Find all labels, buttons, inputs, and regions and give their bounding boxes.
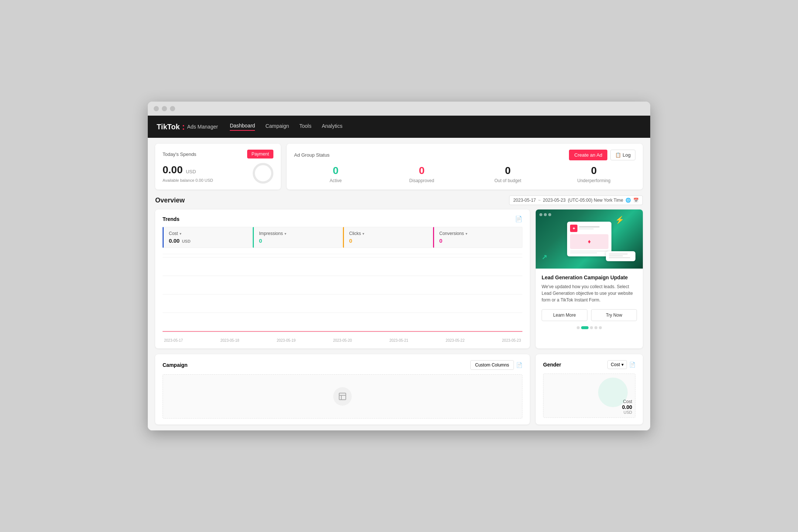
trends-section: Trends 📄 Cost ▾ 0.00 USD [155,209,643,348]
campaign-title: Campaign [163,362,188,368]
nav-analytics[interactable]: Analytics [322,123,342,130]
status-underperforming: 0 Underperforming [552,165,635,183]
chevron-down-icon[interactable]: ▾ [466,232,467,236]
campaign-header: Campaign Custom Columns 📄 [163,360,522,370]
payment-button[interactable]: Payment [247,150,273,158]
page-dot-3[interactable] [590,326,593,329]
log-icon: 📋 [615,152,621,158]
status-underperforming-label: Underperforming [552,178,635,183]
export-icon[interactable]: 📄 [515,215,522,222]
export-icon[interactable]: 📄 [629,362,635,368]
x-label: 2023-05-19 [277,338,296,342]
minimize-btn[interactable] [162,106,167,111]
date-start: 2023-05-17 [513,198,536,203]
page-dot-4[interactable] [594,326,597,329]
ad-group-header: Ad Group Status Create an Ad 📋 Log [294,150,635,160]
arrow-icon: ↗ [542,253,547,261]
close-btn[interactable] [154,106,159,111]
dropdown-arrow: ▾ [621,362,624,367]
ad-group-card: Ad Group Status Create an Ad 📋 Log 0 Act… [287,144,643,190]
donut-chart [253,163,273,184]
date-end: 2023-05-23 [543,198,566,203]
brand-name: TikTok [157,123,180,131]
date-range-picker[interactable]: 2023-05-17 ~ 2023-05-23 (UTC-05:00) New … [509,195,643,205]
metric-conversions-header: Conversions ▾ [439,231,517,236]
chevron-down-icon[interactable]: ▾ [362,232,364,236]
empty-state-icon [333,387,352,406]
trend-chart: 2023-05-17 2023-05-18 2023-05-19 2023-05… [163,254,522,342]
status-active-value: 0 [294,165,377,177]
chevron-down-icon[interactable]: ▾ [284,232,286,236]
try-now-button[interactable]: Try Now [591,309,637,321]
metric-cost-header: Cost ▾ [169,231,246,236]
overview-title: Overview [155,197,185,204]
nav-menu: Dashboard Campaign Tools Analytics [230,123,342,131]
x-axis-labels: 2023-05-17 2023-05-18 2023-05-19 2023-05… [163,338,522,342]
metric-impressions-label: Impressions [259,231,283,236]
log-button[interactable]: 📋 Log [610,150,635,160]
status-budget-value: 0 [466,165,549,177]
chart-grid [163,257,522,331]
status-active-label: Active [294,178,377,183]
learn-more-button[interactable]: Learn More [542,309,587,321]
export-icon[interactable]: 📄 [516,362,522,368]
status-active: 0 Active [294,165,377,183]
news-body: Lead Generation Campaign Update We've up… [536,269,643,335]
balance-text: Available balance 0.00 USD [163,178,244,183]
metric-impressions-header: Impressions ▾ [259,231,337,236]
page-dot-5[interactable] [599,326,602,329]
page-dot-1[interactable] [577,326,580,329]
floating-card [606,251,635,261]
brand-logo: TikTok: Ads Manager [157,122,218,131]
lightning-icon: ⚡ [615,215,624,224]
spends-card: Today's Spends Payment 0.00 USD Availabl… [155,144,281,190]
status-disapproved: 0 Disapproved [380,165,463,183]
spends-body: 0.00 USD Available balance 0.00 USD [163,163,273,184]
cost-dropdown[interactable]: Cost ▾ [607,360,627,369]
metric-conversions-label: Conversions [439,231,464,236]
status-budget: 0 Out of budget [466,165,549,183]
nav-tools[interactable]: Tools [299,123,311,130]
campaign-card: Campaign Custom Columns 📄 [155,354,530,424]
bottom-row: Campaign Custom Columns 📄 [155,354,643,424]
trends-header: Trends 📄 [163,215,522,222]
news-pagination [542,326,637,329]
gender-card: Gender Cost ▾ 📄 Cost 0.00 USD [536,354,643,424]
amount-currency: USD [186,169,196,174]
nav-dashboard[interactable]: Dashboard [230,123,255,131]
campaign-empty-state [163,374,522,419]
create-ad-button[interactable]: Create an Ad [569,150,607,160]
metric-conversions-value: 0 [439,238,517,244]
ad-group-title: Ad Group Status [294,152,330,158]
metric-clicks: Clicks ▾ 0 [343,227,432,248]
maximize-btn[interactable] [170,106,175,111]
top-row: Today's Spends Payment 0.00 USD Availabl… [155,144,643,190]
metrics-row: Cost ▾ 0.00 USD Impressions ▾ 0 [163,227,522,248]
svg-rect-0 [339,393,346,400]
gender-cost-currency: USD [622,410,632,415]
top-right-buttons: Create an Ad 📋 Log [569,150,635,160]
metric-impressions: Impressions ▾ 0 [253,227,342,248]
status-disapproved-value: 0 [380,165,463,177]
amount-value: 0.00 [163,164,183,175]
calendar-icon: 📅 [633,198,639,203]
x-label: 2023-05-17 [164,338,183,342]
status-budget-label: Out of budget [466,178,549,183]
navbar: TikTok: Ads Manager Dashboard Campaign T… [148,116,650,138]
cost-line [163,331,522,332]
gender-bg-circle [598,378,628,407]
x-label: 2023-05-18 [220,338,239,342]
custom-columns-button[interactable]: Custom Columns [470,360,514,370]
timezone-label: (UTC-05:00) New York Time [568,198,623,203]
nav-campaign[interactable]: Campaign [265,123,289,130]
news-title: Lead Generation Campaign Update [542,274,637,280]
gender-cost-value: 0.00 [622,404,632,410]
brand-dot: : [182,122,185,131]
chevron-down-icon[interactable]: ▾ [180,232,181,236]
page-dot-2[interactable] [581,326,589,329]
date-separator: ~ [538,198,541,203]
x-label: 2023-05-23 [502,338,521,342]
spends-title: Today's Spends [163,151,196,157]
app-window: TikTok: Ads Manager Dashboard Campaign T… [148,102,650,430]
main-content: Today's Spends Payment 0.00 USD Availabl… [148,138,650,430]
